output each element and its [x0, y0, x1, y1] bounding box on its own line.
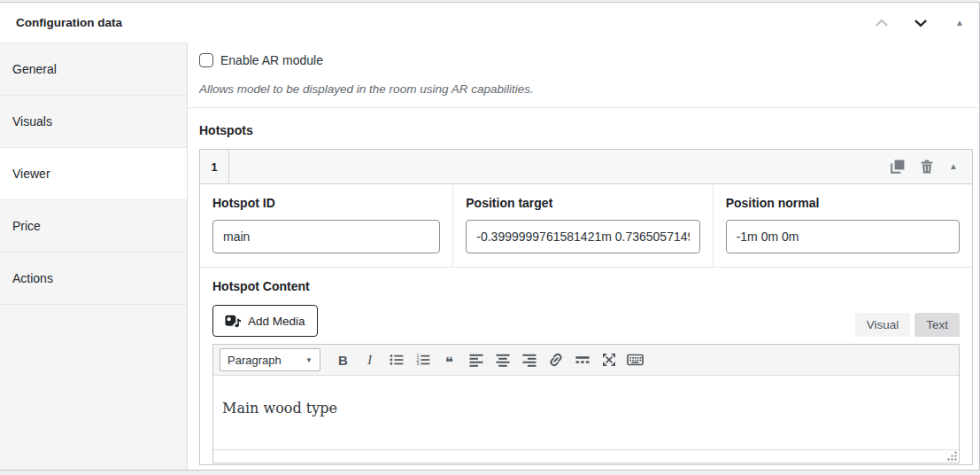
tab-text[interactable]: Text — [914, 313, 960, 337]
svg-text:3: 3 — [416, 361, 419, 366]
align-left-button[interactable] — [463, 348, 489, 371]
more-tag-icon — [575, 352, 590, 368]
hotspots-section: Hotspots 1 ▲ — [188, 108, 979, 465]
paragraph-format-select[interactable]: Paragraph ▼ — [220, 348, 320, 371]
sidebar-item-visuals[interactable]: Visuals — [0, 96, 187, 148]
align-center-icon — [495, 352, 511, 368]
sidebar-item-viewer[interactable]: Viewer — [0, 148, 187, 200]
collapse-triangle-icon: ▲ — [949, 162, 958, 171]
toggle-panel-button[interactable]: ▲ — [953, 16, 967, 30]
position-normal-label: Position normal — [726, 196, 960, 210]
trash-icon — [920, 160, 934, 174]
bulleted-list-button[interactable] — [383, 348, 409, 371]
chevron-down-icon — [914, 18, 928, 28]
media-icon — [225, 314, 242, 329]
sidebar-item-actions[interactable]: Actions — [0, 253, 187, 305]
fullscreen-icon — [601, 352, 617, 368]
position-target-label: Position target — [466, 196, 699, 210]
move-down-button[interactable] — [914, 16, 928, 30]
bulleted-list-icon — [389, 352, 405, 368]
hotspot-item: 1 ▲ — [199, 149, 973, 465]
resize-grip-handle[interactable] — [947, 451, 957, 461]
sidebar-item-label: Actions — [12, 271, 53, 285]
hotspot-content-label: Hotspot Content — [212, 279, 960, 293]
editor-content-area[interactable]: Main wood type — [213, 376, 959, 449]
hotspot-id-input[interactable] — [212, 220, 440, 253]
chevron-down-icon: ▼ — [305, 356, 313, 364]
editor-toolbar: Paragraph ▼ B I 123 — [213, 345, 959, 376]
paragraph-format-value: Paragraph — [228, 354, 282, 367]
blockquote-button[interactable]: ❝ — [436, 348, 462, 371]
collapse-hotspot-button[interactable]: ▲ — [949, 162, 958, 171]
page-title: Configuration data — [16, 16, 122, 29]
align-right-icon — [521, 352, 537, 368]
metabox-header: Configuration data ▲ — [0, 3, 979, 43]
hotspot-content-section: Hotspot Content Add Media Visual Text — [200, 268, 972, 463]
toggle-triangle-icon: ▲ — [955, 19, 964, 27]
align-right-button[interactable] — [516, 348, 542, 371]
italic-icon: I — [367, 352, 372, 368]
hotspot-fields-row: Hotspot ID Position target Position norm… — [200, 184, 972, 268]
numbered-list-icon: 123 — [415, 352, 431, 368]
toolbar-toggle-button[interactable] — [622, 348, 648, 371]
hotspot-id-field-group: Hotspot ID — [200, 184, 452, 267]
align-left-icon — [468, 352, 484, 368]
hotspot-item-header[interactable]: 1 ▲ — [200, 150, 972, 184]
editor-statusbar — [213, 449, 959, 463]
hotspot-id-label: Hotspot ID — [212, 196, 440, 210]
align-center-button[interactable] — [490, 348, 515, 371]
duplicate-icon — [891, 160, 905, 174]
sidebar-item-label: General — [12, 62, 57, 76]
hotspots-title: Hotspots — [199, 123, 973, 137]
sidebar-item-label: Visuals — [12, 114, 52, 128]
sidebar-item-price[interactable]: Price — [0, 200, 187, 253]
bold-icon: B — [338, 353, 348, 368]
tab-visual[interactable]: Visual — [855, 313, 911, 337]
enable-ar-label[interactable]: Enable AR module — [220, 53, 323, 67]
link-button[interactable] — [543, 348, 568, 371]
configuration-data-metabox: Configuration data ▲ General Visuals Vie… — [0, 2, 980, 471]
bold-button[interactable]: B — [330, 348, 356, 371]
enable-ar-section: Enable AR module Allows model to be disp… — [188, 43, 979, 108]
sidebar-item-general[interactable]: General — [0, 43, 187, 96]
viewer-tab-panel: Enable AR module Allows model to be disp… — [188, 43, 979, 470]
italic-button[interactable]: I — [357, 348, 382, 371]
resize-grip-icon — [947, 451, 957, 461]
more-tag-button[interactable] — [569, 348, 595, 371]
enable-ar-description: Allows model to be displayed in the room… — [199, 82, 968, 96]
position-target-input[interactable] — [466, 220, 699, 253]
move-up-button[interactable] — [875, 16, 889, 30]
hotspot-index: 1 — [200, 150, 229, 183]
link-icon — [548, 352, 564, 368]
chevron-up-icon — [875, 18, 889, 28]
position-normal-field-group: Position normal — [713, 184, 972, 267]
numbered-list-button[interactable]: 123 — [410, 348, 436, 371]
add-media-button[interactable]: Add Media — [212, 305, 318, 337]
wysiwyg-editor: Paragraph ▼ B I 123 — [212, 344, 960, 463]
add-media-label: Add Media — [248, 315, 305, 328]
enable-ar-checkbox[interactable] — [199, 53, 213, 67]
position-target-field-group: Position target — [452, 184, 712, 267]
sidebar-item-label: Viewer — [12, 167, 50, 181]
delete-hotspot-button[interactable] — [920, 160, 934, 174]
fullscreen-button[interactable] — [596, 348, 621, 371]
settings-tabs-sidebar: General Visuals Viewer Price Actions — [0, 43, 188, 470]
sidebar-item-label: Price — [12, 219, 41, 233]
blockquote-icon: ❝ — [445, 353, 453, 368]
duplicate-hotspot-button[interactable] — [891, 160, 905, 174]
position-normal-input[interactable] — [726, 220, 960, 253]
keyboard-icon — [627, 352, 644, 368]
